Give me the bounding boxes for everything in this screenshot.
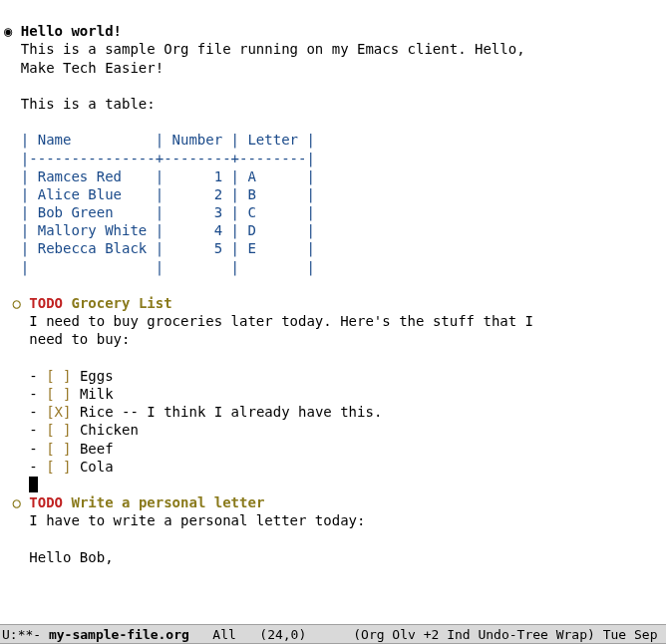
checkbox-unchecked-icon[interactable]: [ ]	[46, 368, 71, 384]
org-table-row[interactable]: | Alice Blue | 2 | B |	[21, 186, 315, 202]
headline-level2[interactable]: TODO Grocery List	[12, 295, 171, 311]
editor-buffer[interactable]: Hello world! This is a sample Org file r…	[0, 0, 666, 624]
list-item-text: Beef	[80, 441, 114, 457]
list-item-text: Cola	[80, 459, 114, 475]
org-table-row[interactable]: | Mallory White | 4 | D |	[21, 222, 315, 238]
headline-2-title: Write a personal letter	[71, 494, 264, 510]
list-item-text: Chicken	[80, 422, 139, 438]
body-text: This is a sample Org file running on my …	[21, 41, 525, 57]
checkbox-unchecked-icon[interactable]: [ ]	[46, 441, 71, 457]
headline-1-title: Hello world!	[21, 23, 122, 39]
modeline-position: All (24,0)	[189, 625, 306, 643]
org-table-row[interactable]: | Rebecca Black | 5 | E |	[21, 240, 315, 256]
modeline-modes: (Org Olv +2 Ind Undo-Tree Wrap)	[306, 625, 602, 643]
body-text: need to buy:	[29, 331, 130, 347]
body-text: Hello Bob,	[29, 549, 113, 565]
modeline-modified: U:**-	[2, 625, 49, 643]
modeline-time: Tue Sep 17 06:49	[603, 625, 666, 643]
list-item[interactable]: -	[29, 368, 46, 384]
list-item[interactable]: -	[29, 404, 46, 420]
list-item[interactable]: -	[29, 441, 46, 457]
org-table-row[interactable]: | | | |	[21, 259, 315, 275]
list-item-text: Eggs	[80, 368, 114, 384]
mode-line[interactable]: U:**- my-sample-file.org All (24,0) (Org…	[0, 624, 666, 644]
list-item-text: Milk	[80, 386, 114, 402]
checkbox-unchecked-icon[interactable]: [ ]	[46, 386, 71, 402]
body-text: Make Tech Easier!	[21, 60, 164, 76]
org-table-row[interactable]: | Ramces Red | 1 | A |	[21, 168, 315, 184]
modeline-buffer-name[interactable]: my-sample-file.org	[49, 625, 189, 643]
body-text: I have to write a personal letter today:	[29, 512, 365, 528]
headline-level2[interactable]: TODO Write a personal letter	[12, 494, 264, 510]
org-table-row[interactable]: | Bob Green | 3 | C |	[21, 204, 315, 220]
list-item[interactable]: -	[29, 386, 46, 402]
list-item[interactable]: -	[29, 459, 46, 475]
list-item[interactable]: -	[29, 422, 46, 438]
org-table-rule: |---------------+--------+--------|	[21, 151, 315, 166]
list-item-text: Rice -- I think I already have this.	[80, 404, 382, 420]
todo-keyword: TODO	[29, 494, 63, 510]
checkbox-checked-icon[interactable]: [X]	[46, 404, 71, 420]
body-text: I need to buy groceries later today. Her…	[29, 313, 533, 329]
todo-keyword: TODO	[29, 295, 63, 311]
headline-level1[interactable]: Hello world!	[4, 23, 122, 39]
checkbox-unchecked-icon[interactable]: [ ]	[46, 459, 71, 475]
cursor-icon	[29, 477, 38, 492]
body-text: This is a table:	[21, 96, 156, 112]
checkbox-unchecked-icon[interactable]: [ ]	[46, 422, 71, 438]
headline-2-title: Grocery List	[71, 295, 171, 311]
org-table-header[interactable]: | Name | Number | Letter |	[21, 132, 315, 148]
